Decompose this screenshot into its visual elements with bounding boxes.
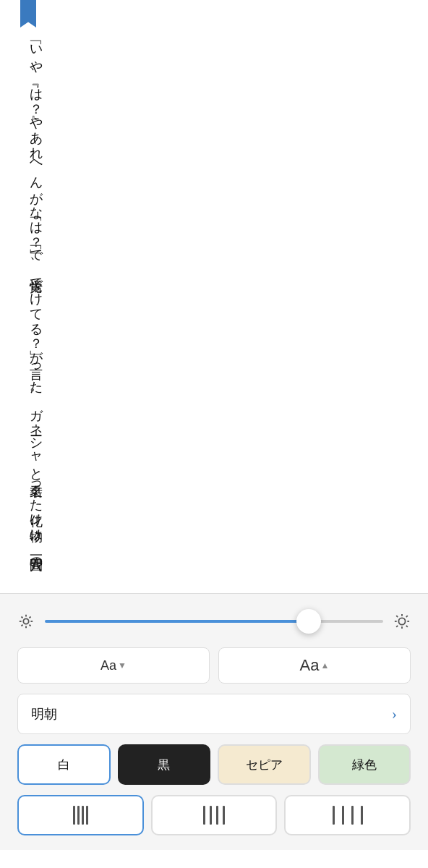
font-size-increase-label: Aa — [300, 656, 320, 675]
spacing-medium-icon — [203, 805, 225, 825]
slider-track — [45, 620, 383, 623]
theme-black-label: 黒 — [158, 757, 170, 773]
brightness-row — [17, 608, 411, 634]
svg-line-17 — [406, 616, 408, 617]
spacing-narrow-icon — [73, 805, 88, 825]
font-size-increase-arrow: ▲ — [321, 660, 330, 671]
text-column-5: が言った。 — [22, 342, 51, 400]
svg-point-0 — [23, 618, 28, 624]
spacing-narrow-button[interactable] — [17, 795, 144, 835]
text-column-7: 「は？」 — [22, 213, 51, 241]
svg-line-7 — [22, 625, 23, 626]
spacing-wide-button[interactable] — [284, 795, 411, 835]
font-size-row: Aa▼ Aa▲ — [17, 647, 411, 684]
theme-sepia-button[interactable]: セピア — [218, 744, 311, 785]
font-size-decrease-label: Aa — [100, 658, 116, 673]
spacing-medium-button[interactable] — [151, 795, 278, 835]
font-size-increase-button[interactable]: Aa▲ — [218, 647, 411, 684]
text-column-8: 「いや、『は？』やあれへんがな — [22, 36, 51, 213]
spacing-wide-icon — [333, 805, 363, 825]
theme-green-button[interactable]: 緑色 — [318, 744, 411, 785]
svg-line-8 — [30, 617, 31, 618]
theme-green-label: 緑色 — [352, 757, 377, 773]
svg-line-5 — [22, 617, 23, 618]
slider-thumb[interactable] — [296, 609, 321, 634]
vertical-text-container: 「いや、『は？』やあれへんがな 「は？」 「で、覚悟でけてる？」 が言った。 ガ… — [22, 22, 51, 571]
svg-line-15 — [406, 626, 408, 627]
theme-sepia-label: セピア — [246, 757, 283, 773]
font-type-label: 明朝 — [31, 705, 392, 723]
font-size-decrease-arrow: ▼ — [118, 660, 127, 671]
brightness-high-icon — [393, 613, 411, 630]
text-column-6: 「で、覚悟でけてる？」 — [22, 241, 51, 342]
brightness-low-icon — [17, 613, 35, 630]
reading-area: 「いや、『は？』やあれへんがな 「は？」 「で、覚悟でけてる？」 が言った。 ガ… — [0, 0, 428, 593]
text-column-4: ガネーシャと名乗った化け物は、六畳一間の低い天井 — [22, 400, 51, 571]
svg-line-16 — [396, 626, 398, 627]
font-size-decrease-button[interactable]: Aa▼ — [17, 647, 210, 684]
theme-white-button[interactable]: 白 — [17, 744, 111, 785]
controls-area: Aa▼ Aa▲ 明朝 › 白 黒 セピア 緑色 — [0, 593, 428, 850]
theme-white-label: 白 — [58, 757, 70, 773]
svg-point-9 — [398, 618, 405, 624]
svg-line-14 — [396, 616, 398, 617]
spacing-row — [17, 795, 411, 835]
font-type-arrow: › — [392, 705, 397, 723]
svg-line-6 — [30, 625, 31, 626]
brightness-slider[interactable] — [45, 608, 383, 634]
theme-row: 白 黒 セピア 緑色 — [17, 744, 411, 785]
theme-black-button[interactable]: 黒 — [118, 744, 211, 785]
font-type-row[interactable]: 明朝 › — [17, 694, 411, 734]
